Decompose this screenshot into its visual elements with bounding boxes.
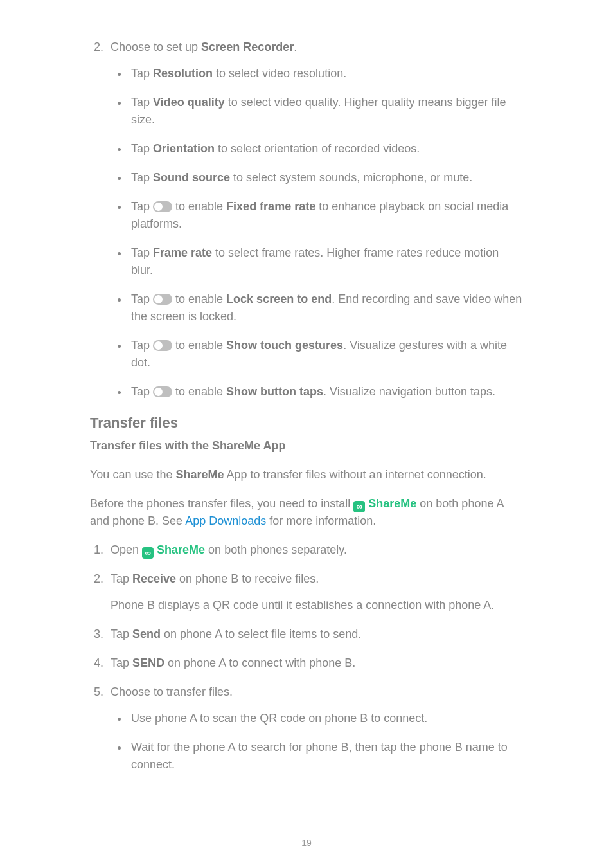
transfer-before: Before the phones transfer files, you ne… [90,495,523,530]
transfer-files-subheading: Transfer files with the ShareMe App [90,437,523,455]
toggle-icon [153,340,172,351]
step-choose-transfer: Choose to transfer files. Use phone A to… [107,683,523,773]
step-receive-note: Phone B displays a QR code until it esta… [111,597,523,614]
page: Choose to set up Screen Recorder. Tap Re… [0,0,613,868]
option-video-quality: Tap Video quality to select video qualit… [129,94,523,129]
shareme-label: ShareMe [368,497,416,510]
shareme-icon: ∞ [353,501,365,512]
choice-search-phone: Wait for the phone A to search for phone… [129,739,523,773]
transfer-steps: Open ∞ ShareMe on both phones separately… [90,541,523,773]
page-number: 19 [0,836,613,850]
app-downloads-link[interactable]: App Downloads [185,514,266,527]
transfer-choices: Use phone A to scan the QR code on phone… [111,710,523,773]
option-show-button-taps: Tap to enable Show button taps. Visualiz… [129,383,523,401]
step-receive: Tap Receive on phone B to receive files.… [107,570,523,614]
step-open-shareme: Open ∞ ShareMe on both phones separately… [107,541,523,559]
option-resolution: Tap Resolution to select video resolutio… [129,65,523,82]
step-2: Choose to set up Screen Recorder. Tap Re… [107,39,523,401]
toggle-icon [153,201,172,212]
step-2-text: Choose to set up Screen Recorder. [111,41,297,53]
transfer-intro: You can use the ShareMe App to transfer … [90,466,523,484]
transfer-files-heading: Transfer files [90,412,523,433]
option-fixed-frame-rate: Tap to enable Fixed frame rate to enhanc… [129,198,523,233]
shareme-label: ShareMe [157,543,205,556]
toggle-icon [153,294,172,305]
step-send-select: Tap Send on phone A to select file items… [107,626,523,643]
toggle-icon [153,386,172,397]
option-sound-source: Tap Sound source to select system sounds… [129,169,523,186]
screen-recorder-setup-list: Choose to set up Screen Recorder. Tap Re… [90,39,523,401]
shareme-icon: ∞ [142,547,154,559]
option-lock-screen-to-end: Tap to enable Lock screen to end. End re… [129,291,523,325]
choice-scan-qr: Use phone A to scan the QR code on phone… [129,710,523,727]
option-frame-rate: Tap Frame rate to select frame rates. Hi… [129,244,523,279]
step-send-connect: Tap SEND on phone A to connect with phon… [107,655,523,672]
option-show-touch-gestures: Tap to enable Show touch gestures. Visua… [129,337,523,372]
screen-recorder-options: Tap Resolution to select video resolutio… [111,65,523,401]
option-orientation: Tap Orientation to select orientation of… [129,140,523,158]
